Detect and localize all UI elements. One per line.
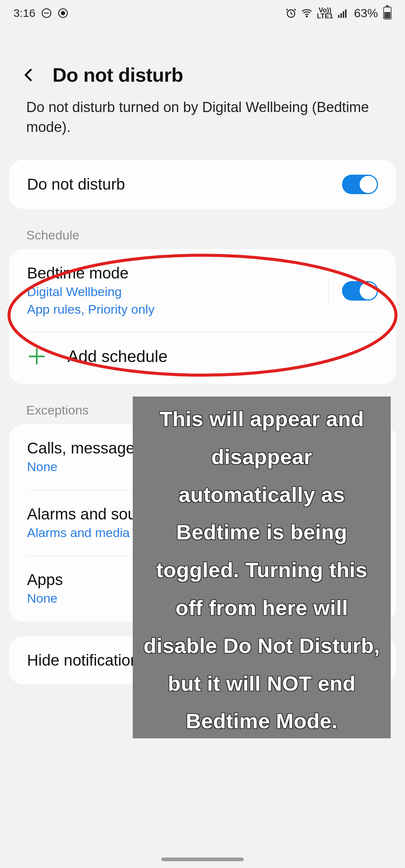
battery-percent: 63% xyxy=(354,6,378,20)
bedtime-sub1: Digital Wellbeing xyxy=(27,284,315,300)
add-schedule-label: Add schedule xyxy=(68,347,168,366)
dnd-card: Do not disturb xyxy=(9,160,396,209)
schedule-card: Bedtime mode Digital Wellbeing App rules… xyxy=(9,249,396,384)
page-title: Do not disturb xyxy=(52,64,183,86)
annotation-text: This will appear and disappear automatic… xyxy=(144,407,380,733)
dnd-toggle[interactable] xyxy=(342,175,378,194)
svg-rect-8 xyxy=(343,11,344,18)
bedtime-sub2: App rules, Priority only xyxy=(27,301,315,317)
bedtime-row[interactable]: Bedtime mode Digital Wellbeing App rules… xyxy=(9,249,396,332)
bedtime-label: Bedtime mode xyxy=(27,264,315,282)
dnd-status-icon xyxy=(41,8,52,18)
svg-rect-9 xyxy=(345,9,346,18)
gesture-bar[interactable] xyxy=(161,858,244,861)
wifi-icon xyxy=(300,7,313,19)
status-bar: 3:16 Vo))LTE1 63% xyxy=(0,0,405,26)
svg-point-5 xyxy=(306,16,308,17)
alarm-icon xyxy=(285,7,297,19)
dnd-label: Do not disturb xyxy=(27,175,342,193)
back-icon[interactable] xyxy=(21,64,37,86)
bedtime-status-icon xyxy=(58,8,68,18)
battery-icon xyxy=(383,7,392,19)
page-subtitle: Do not disturb turned on by Digital Well… xyxy=(0,97,405,160)
signal-icon xyxy=(337,7,349,19)
plus-icon xyxy=(27,347,46,366)
divider-vertical xyxy=(328,278,328,304)
volte-icon: Vo))LTE1 xyxy=(317,7,333,19)
status-time: 3:16 xyxy=(14,7,35,19)
schedule-section-title: Schedule xyxy=(0,209,405,249)
svg-rect-6 xyxy=(338,15,339,18)
dnd-toggle-row[interactable]: Do not disturb xyxy=(9,160,396,209)
add-schedule-row[interactable]: Add schedule xyxy=(9,332,396,384)
svg-rect-7 xyxy=(340,13,342,18)
svg-point-3 xyxy=(62,11,65,15)
bedtime-toggle[interactable] xyxy=(342,281,378,301)
annotation-note: This will appear and disappear automatic… xyxy=(133,397,391,738)
